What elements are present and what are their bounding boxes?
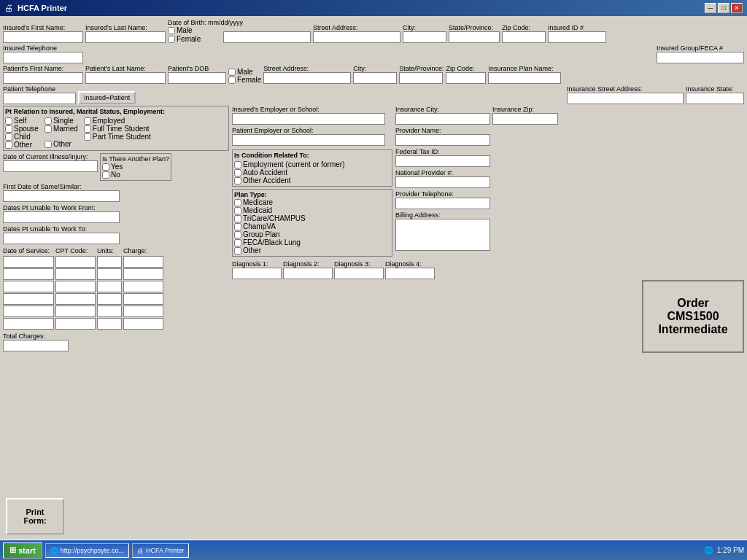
cpt-row1[interactable] [55,256,96,268]
patient-street-input[interactable] [263,72,351,84]
taskbar-globe-icon: 🌐 [704,546,713,554]
insured-state-input[interactable] [449,31,500,43]
medicaid-checkbox[interactable] [234,207,241,214]
cpt-code-label: CPT Code: [55,247,96,254]
child-checkbox[interactable] [5,133,12,141]
current-illness-input[interactable] [3,160,98,172]
close-button[interactable]: ✕ [731,3,743,13]
another-plan-yes[interactable] [102,163,109,171]
app-taskbar-item[interactable]: 🖨 HCFA Printer [132,543,190,558]
insured-zip-input[interactable] [502,31,546,43]
cpt-row6[interactable] [55,318,96,330]
maximize-button[interactable]: □ [718,3,729,13]
insurance-state-input[interactable] [686,93,744,104]
units-row1[interactable] [97,256,122,268]
date-service-row4[interactable] [3,293,54,305]
provider-tel-input[interactable] [395,198,490,209]
patient-state-input[interactable] [399,72,443,84]
first-date-input[interactable] [3,190,120,202]
feca-checkbox[interactable] [234,239,241,246]
insured-female-checkbox[interactable] [168,36,175,43]
units-row6[interactable] [97,318,122,330]
self-checkbox[interactable] [5,117,12,125]
insurance-city-input[interactable] [395,113,490,125]
insurance-zip-input[interactable] [492,113,558,125]
units-row5[interactable] [97,306,122,317]
fulltime-checkbox[interactable] [84,125,91,133]
insured-male-checkbox[interactable] [168,27,175,34]
insured-firstname-input[interactable] [3,31,83,43]
patient-city-input[interactable] [353,72,397,84]
cpt-row2[interactable] [55,268,96,280]
insured-tel-input[interactable] [3,52,83,63]
insured-patient-button[interactable]: Insured=Patient [78,91,136,104]
insurance-plan-input[interactable] [488,72,561,84]
group-plan-checkbox[interactable] [234,231,241,238]
cpt-row5[interactable] [55,306,96,317]
units-row4[interactable] [97,293,122,305]
another-plan-no[interactable] [102,171,109,179]
print-form-button[interactable]: PrintForm: [6,498,64,534]
cpt-row3[interactable] [55,281,96,292]
date-service-row5[interactable] [3,306,54,317]
patient-firstname-input[interactable] [3,72,83,84]
patient-tel-input[interactable] [3,93,76,104]
insured-id-input[interactable] [548,31,606,43]
insurance-street-input[interactable] [567,93,684,104]
charge-row4[interactable] [123,293,163,305]
employment-checkbox[interactable] [234,161,241,168]
patient-dob-input[interactable] [168,72,226,84]
other-plan-checkbox[interactable] [234,247,241,254]
patient-zip-input[interactable] [446,72,486,84]
charge-row5[interactable] [123,306,163,317]
auto-accident-checkbox[interactable] [234,169,241,176]
other-accident-checkbox[interactable] [234,177,241,184]
charge-row1[interactable] [123,256,163,268]
insured-employer-input[interactable] [232,113,385,125]
charge-row3[interactable] [123,281,163,292]
spouse-checkbox[interactable] [5,125,12,133]
diag1-input[interactable] [232,268,282,279]
single-checkbox[interactable] [44,117,52,125]
units-row2[interactable] [97,268,122,280]
patient-male-checkbox[interactable] [228,69,236,76]
charge-row2[interactable] [123,268,163,280]
diag3-input[interactable] [334,268,384,279]
other2-checkbox[interactable] [44,141,52,148]
unable-to-input[interactable] [3,233,120,244]
service-row [3,256,229,268]
charge-row6[interactable] [123,318,163,330]
start-button[interactable]: ⊞ start [3,542,42,559]
parttime-checkbox[interactable] [84,133,91,141]
provider-name-input[interactable] [395,134,490,146]
date-service-row6[interactable] [3,318,54,330]
insured-city-input[interactable] [403,31,446,43]
unable-from-input[interactable] [3,211,120,223]
units-row3[interactable] [97,281,122,292]
patient-female-checkbox[interactable] [228,77,236,84]
cpt-row4[interactable] [55,293,96,305]
national-provider-input[interactable] [395,176,490,188]
date-service-row2[interactable] [3,268,54,280]
medicare-checkbox[interactable] [234,199,241,206]
diag2-input[interactable] [283,268,333,279]
married-checkbox[interactable] [44,125,52,133]
billing-address-input[interactable] [395,219,490,251]
order-cms1500-button[interactable]: Order CMS1500 Intermediate [642,280,744,353]
insured-group-input[interactable] [657,52,744,63]
insured-street-input[interactable] [313,31,400,43]
date-service-row3[interactable] [3,281,54,292]
minimize-button[interactable]: ─ [705,3,716,13]
champva-checkbox[interactable] [234,223,241,230]
other1-checkbox[interactable] [5,141,12,149]
insured-lastname-input[interactable] [85,31,166,43]
browser-taskbar-item[interactable]: 🌐 http://psychpsyte.co... [45,543,129,558]
tricare-checkbox[interactable] [234,215,241,222]
insured-dob-input[interactable] [223,31,311,43]
federal-tax-input[interactable] [395,155,490,167]
total-charges-input[interactable] [3,340,69,351]
patient-employer-input[interactable] [232,134,385,146]
employed-checkbox[interactable] [84,117,91,125]
patient-lastname-input[interactable] [85,72,166,84]
date-service-row1[interactable] [3,256,54,268]
